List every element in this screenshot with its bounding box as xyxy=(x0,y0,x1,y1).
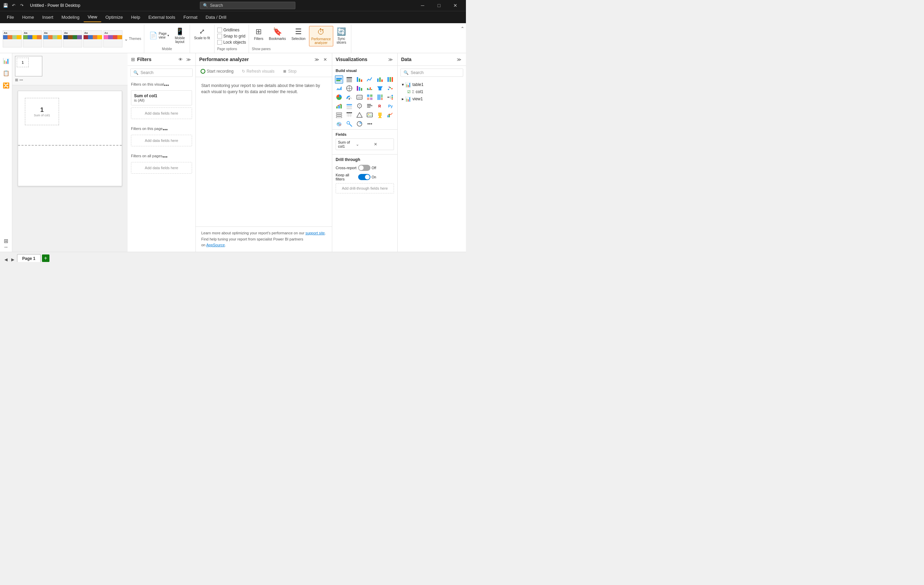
filters-expand-icon[interactable]: ≫ xyxy=(185,56,192,63)
viz-filled-map[interactable] xyxy=(335,120,343,128)
viz-multi-row-card[interactable] xyxy=(335,111,343,119)
filters-visual-add-area[interactable]: Add data fields here xyxy=(131,107,192,119)
page-view-btn[interactable]: 📄 Page view ▾ xyxy=(147,26,171,45)
page-nav-next[interactable]: ▶ xyxy=(10,256,16,262)
data-tree-view1[interactable]: ▸ 📊 view1 xyxy=(401,95,463,102)
perf-expand-icon[interactable]: ≫ xyxy=(314,56,320,63)
viz-qna[interactable]: ? xyxy=(355,102,364,110)
data-tree-col1[interactable]: ☑ Σ col1 xyxy=(401,88,463,95)
filters-pane-btn[interactable]: ⊞ Filters xyxy=(252,26,266,42)
menu-format[interactable]: Format xyxy=(180,13,201,22)
filters-page-add-area[interactable]: Add data fields here xyxy=(131,135,192,146)
viz-image[interactable] xyxy=(366,111,374,119)
viz-paginated-table[interactable] xyxy=(345,111,353,119)
filter-card-col1[interactable]: Sum of col1 is (All) xyxy=(131,90,192,106)
data-panel-expand-icon[interactable]: ≫ xyxy=(456,56,462,63)
maximize-button[interactable]: □ xyxy=(431,0,447,11)
viz-map[interactable] xyxy=(345,84,353,93)
viz-kpi[interactable] xyxy=(335,102,343,110)
viz-funnel[interactable] xyxy=(376,84,384,93)
bookmarks-pane-btn[interactable]: 🔖 Bookmarks xyxy=(267,26,288,42)
theme-item-4[interactable]: Aa xyxy=(63,30,82,48)
viz-gauge[interactable] xyxy=(345,93,353,101)
canvas-visual[interactable]: 1 Sum of col1 xyxy=(25,98,59,125)
data-search-box[interactable]: 🔍 Search xyxy=(401,69,463,77)
viz-trophy[interactable] xyxy=(376,111,384,119)
refresh-visuals-btn[interactable]: ↻ Refresh visuals xyxy=(241,68,276,75)
scale-to-fit-btn[interactable]: ⤢ Scale to fit xyxy=(192,26,212,41)
sync-slicers-btn[interactable]: 🔄 Syncslicers xyxy=(335,26,348,46)
viz-field-sum-col1[interactable]: Sum of col1 ⌄ ✕ xyxy=(336,139,394,150)
viz-line[interactable] xyxy=(366,75,374,84)
theme-item-1[interactable]: Aa xyxy=(3,30,22,48)
page-tab-1[interactable]: Page 1 xyxy=(17,254,41,262)
filters-all-add-area[interactable]: Add data fields here xyxy=(131,162,192,174)
global-search-box[interactable]: 🔍 Search xyxy=(200,2,295,9)
menu-help[interactable]: Help xyxy=(127,13,144,22)
menu-view[interactable]: View xyxy=(84,13,101,22)
model-view-icon[interactable]: 🔀 xyxy=(2,81,11,90)
viz-card[interactable]: 123 xyxy=(355,93,364,101)
cross-report-toggle[interactable] xyxy=(358,165,370,171)
add-page-btn[interactable]: + xyxy=(42,254,50,262)
data-view-icon[interactable]: 📋 xyxy=(2,68,11,78)
menu-data-drill[interactable]: Data / Drill xyxy=(201,13,231,22)
perf-close-icon[interactable]: ✕ xyxy=(322,56,328,63)
menu-home[interactable]: Home xyxy=(18,13,38,22)
viz-matrix[interactable] xyxy=(366,93,374,101)
close-button[interactable]: ✕ xyxy=(447,0,463,11)
theme-item-2[interactable]: Aa xyxy=(23,30,42,48)
theme-item-3[interactable]: Aa xyxy=(43,30,62,48)
viz-smart-narrative[interactable] xyxy=(366,102,374,110)
filters-eye-icon[interactable]: 👁 xyxy=(177,56,184,63)
viz-more[interactable]: ••• xyxy=(366,120,374,128)
theme-item-5[interactable]: Aa xyxy=(83,30,102,48)
menu-modeling[interactable]: Modeling xyxy=(57,13,84,22)
menu-optimize[interactable]: Optimize xyxy=(101,13,127,22)
stop-btn[interactable]: ⏹ Stop xyxy=(281,68,298,75)
viz-ribbon[interactable] xyxy=(355,84,364,93)
selection-pane-btn[interactable]: ☰ Selection xyxy=(289,26,307,42)
viz-treemap[interactable] xyxy=(376,93,384,101)
viz-stacked-bar[interactable] xyxy=(335,75,343,84)
filters-search-box[interactable]: 🔍 Search xyxy=(130,69,193,77)
filter-sidebar-icon[interactable]: ⊞ xyxy=(2,236,11,246)
viz-table[interactable] xyxy=(345,75,353,84)
lock-objects-checkbox[interactable]: Lock objects xyxy=(217,40,246,45)
viz-decomptree[interactable] xyxy=(386,93,394,101)
viz-bubble[interactable] xyxy=(355,120,364,128)
report-view-icon[interactable]: 📊 xyxy=(2,56,11,66)
keep-filters-toggle[interactable] xyxy=(358,174,370,180)
viz-python[interactable]: Py xyxy=(386,102,394,110)
gridlines-checkbox[interactable]: Gridlines xyxy=(217,28,246,32)
viz-r-script[interactable]: R xyxy=(376,102,384,110)
drill-add-area[interactable]: Add drill-through fields here xyxy=(336,183,394,193)
page-thumbnail[interactable]: 1 xyxy=(15,56,42,76)
themes-expand-btn[interactable]: ⌄ xyxy=(124,35,129,42)
collapse-ribbon-btn[interactable]: ⌃ xyxy=(459,25,466,53)
undo-icon[interactable]: ↶ xyxy=(11,3,16,8)
mobile-layout-btn[interactable]: 📱 Mobilelayout xyxy=(173,26,186,45)
redo-icon[interactable]: ↷ xyxy=(19,3,25,8)
snap-to-grid-checkbox[interactable]: Snap to grid xyxy=(217,34,246,38)
theme-item-6[interactable]: Aa xyxy=(103,30,122,48)
filters-page-more[interactable]: ••• xyxy=(163,127,168,132)
viz-slicer[interactable] xyxy=(345,102,353,110)
save-icon[interactable]: 💾 xyxy=(3,3,8,8)
viz-shape[interactable] xyxy=(355,111,364,119)
data-tree-table1[interactable]: ▾ 📊 table1 xyxy=(401,81,463,88)
perf-appsource-link[interactable]: AppSource xyxy=(206,243,225,247)
perf-support-link[interactable]: support site xyxy=(305,231,325,235)
viz-expand-icon[interactable]: ≫ xyxy=(387,56,394,63)
viz-key-influencer[interactable] xyxy=(345,120,353,128)
filters-visual-more[interactable]: ••• xyxy=(164,83,169,88)
viz-100-stacked[interactable] xyxy=(386,75,394,84)
viz-waterfall[interactable] xyxy=(366,84,374,93)
viz-field-sort-icon[interactable]: ⌄ xyxy=(356,142,373,147)
menu-insert[interactable]: Insert xyxy=(38,13,58,22)
viz-line-cluster[interactable] xyxy=(386,111,394,119)
viz-scatter[interactable] xyxy=(386,84,394,93)
viz-field-remove-icon[interactable]: ✕ xyxy=(374,142,391,147)
filter-sidebar-dots[interactable]: ••• xyxy=(2,246,11,249)
viz-pie[interactable] xyxy=(335,93,343,101)
